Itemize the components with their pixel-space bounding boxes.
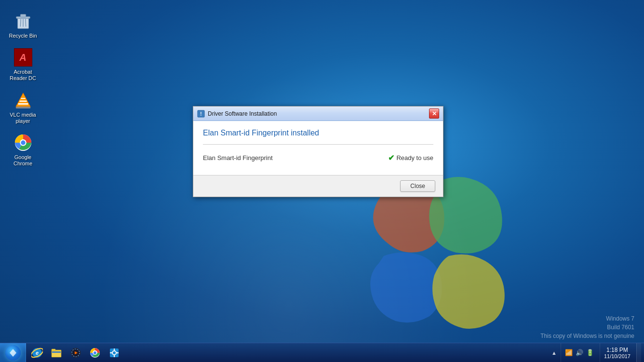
clock-time: 1:18 PM [606,347,628,353]
acrobat-label: Acrobat Reader DC [10,69,36,81]
dialog-title-text: Driver Software Installation [208,110,426,117]
svg-rect-33 [114,349,115,351]
desktop: Recycle Bin A Acrobat Reader DC [0,0,644,362]
clock-date: 11/10/2017 [604,353,631,359]
svg-rect-20 [52,349,55,351]
acrobat-icon[interactable]: A Acrobat Reader DC [5,46,41,83]
taskbar: e [0,343,644,362]
chrome-icon[interactable]: Google Chrome [5,131,41,169]
dialog-close-action-button[interactable]: Close [400,180,435,192]
dialog-body: Elan Smart-id Fingerprint installed Elan… [193,121,443,175]
vlc-label: VLC media player [10,112,36,124]
acrobat-icon-box: A [14,48,32,67]
dialog-device-row: Elan Smart-id Fingerprint ✔ Ready to use [203,150,433,165]
watermark-line3: This copy of Windows is not genuine [540,332,634,340]
acrobat-image: A [13,48,33,67]
clock-area[interactable]: 1:18 PM 11/10/2017 [600,343,634,362]
svg-rect-34 [114,355,115,357]
chrome-image [13,133,33,152]
tray-battery-icon: 🔋 [586,349,594,356]
tray-volume-icon: 🔊 [576,349,583,356]
chrome-label: Google Chrome [13,154,32,167]
dialog-titlebar: ! Driver Software Installation ✕ [193,107,443,121]
recycle-bin-icon[interactable]: Recycle Bin [5,10,41,41]
svg-rect-35 [110,352,112,353]
system-tray: 📶 🔊 🔋 [561,343,598,362]
svg-marker-6 [15,93,30,107]
taskbar-explorer-icon[interactable] [47,344,66,362]
taskbar-ie-icon[interactable]: e [28,344,46,362]
start-orb [5,345,21,361]
device-status: ✔ Ready to use [388,153,433,162]
recycle-bin-label: Recycle Bin [9,33,37,39]
svg-text:e: e [36,350,39,356]
svg-point-13 [21,140,26,145]
tray-expand-button[interactable]: ▲ [550,349,559,357]
svg-rect-36 [116,352,119,353]
show-desktop-button[interactable] [636,343,641,362]
taskbar-paint-icon[interactable] [105,344,123,362]
tray-network-icon: 📶 [565,349,573,356]
watermark-line2: Build 7601 [540,323,634,332]
dialog-heading: Elan Smart-id Fingerprint installed [203,129,433,137]
device-name: Elan Smart-id Fingerprint [203,154,380,161]
taskbar-right: ▲ 📶 🔊 🔋 1:18 PM 11/10/2017 [550,343,644,362]
svg-rect-10 [15,107,30,108]
vlc-image [13,91,33,110]
svg-rect-22 [52,351,61,353]
dialog-title-icon: ! [197,110,205,118]
svg-line-5 [25,19,26,27]
dialog-driver-installation: ! Driver Software Installation ✕ Elan Sm… [193,106,443,197]
dialog-divider [203,144,433,145]
svg-point-29 [94,351,96,354]
check-icon: ✔ [388,153,394,162]
taskbar-pinned-items: e [26,343,125,362]
svg-line-3 [20,19,21,27]
recycle-bin-image [13,12,33,31]
svg-point-32 [113,351,116,354]
svg-text:!: ! [200,111,201,117]
svg-rect-2 [20,14,26,17]
dialog-close-button[interactable]: ✕ [429,108,439,119]
watermark-line1: Windows 7 [540,314,634,323]
taskbar-chrome-icon[interactable] [86,344,104,362]
dialog-footer: Close [193,175,443,197]
vlc-icon[interactable]: VLC media player [5,89,41,126]
taskbar-media-icon[interactable] [67,344,85,362]
windows-watermark: Windows 7 Build 7601 This copy of Window… [540,314,634,340]
start-button[interactable] [0,343,26,362]
desktop-icons: Recycle Bin A Acrobat Reader DC [0,5,46,174]
